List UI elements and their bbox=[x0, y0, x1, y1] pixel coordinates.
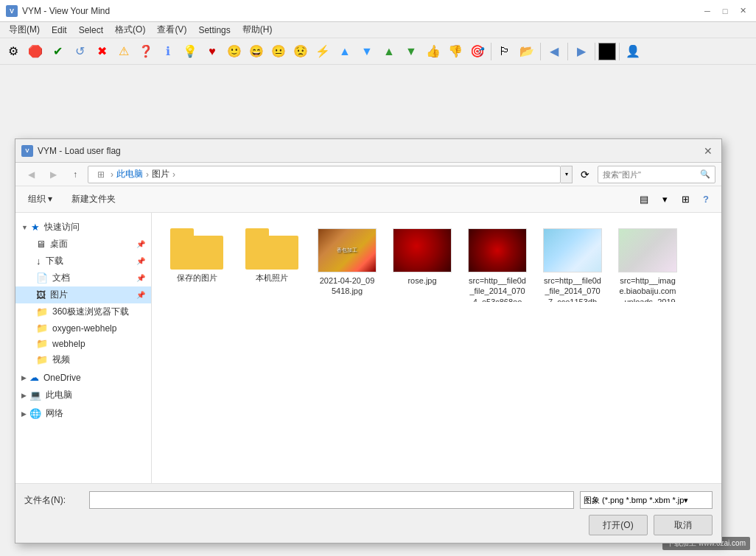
folder-icon-saved-pics bbox=[170, 228, 223, 270]
view-columns-button[interactable]: ⊞ bbox=[676, 191, 695, 208]
360browser-icon: 📁 bbox=[36, 306, 48, 317]
computer-group: ▶ 💻 此电脑 bbox=[15, 387, 151, 404]
menu-view[interactable]: 查看(V) bbox=[151, 22, 192, 38]
nav-refresh-button[interactable]: ⟳ bbox=[575, 166, 595, 183]
toolbar-back-btn[interactable]: ◀ bbox=[544, 41, 564, 62]
menu-format[interactable]: 格式(O) bbox=[109, 22, 151, 38]
dialog-toolbar: 组织 ▾ 新建文件夹 ▤ ▾ ⊞ ? bbox=[15, 186, 721, 213]
toolbar-warning-btn[interactable]: ⚠ bbox=[113, 41, 134, 62]
toolbar-info-btn[interactable]: ℹ bbox=[158, 41, 178, 62]
file-item-rose[interactable]: rose.jpg bbox=[389, 225, 455, 306]
file-item-2021[interactable]: 香包加工 2021-04-20_095418.jpg bbox=[314, 225, 380, 306]
thumbnail-src1 bbox=[468, 228, 527, 272]
nav-back-button[interactable]: ◀ bbox=[21, 166, 41, 183]
network-chevron: ▶ bbox=[21, 410, 27, 418]
view-dropdown-button[interactable]: ▾ bbox=[655, 191, 674, 208]
sidebar-item-webhelp[interactable]: 📁 webhelp bbox=[15, 336, 151, 351]
title-bar-left: V VYM - View Your Mind bbox=[6, 5, 110, 17]
toolbar-smile-btn[interactable]: 🙂 bbox=[224, 41, 245, 62]
sidebar-item-documents[interactable]: 📄 文档 📌 bbox=[15, 270, 151, 286]
toolbar-triangle2-btn[interactable]: ▲ bbox=[379, 41, 399, 62]
thumbnail-rose bbox=[393, 228, 452, 272]
toolbar-heart-btn[interactable]: ♥ bbox=[202, 41, 223, 62]
breadcrumb-dropdown-button[interactable]: ▾ bbox=[561, 166, 573, 183]
sidebar-item-oxygen[interactable]: 📁 oxygen-webhelp bbox=[15, 320, 151, 336]
organize-button[interactable]: 组织 ▾ bbox=[21, 191, 59, 208]
toolbar-neutral-btn[interactable]: 😐 bbox=[268, 41, 289, 62]
network-group: ▶ 🌐 网络 bbox=[15, 405, 151, 422]
cancel-button[interactable]: 取消 bbox=[654, 515, 713, 535]
search-input[interactable] bbox=[603, 170, 697, 179]
toolbar-stop-btn[interactable]: 🛑 bbox=[25, 41, 46, 62]
menu-help[interactable]: 帮助(H) bbox=[237, 22, 279, 38]
toolbar-separator-3 bbox=[567, 43, 568, 60]
filetype-dropdown[interactable]: 图象 (*.png *.bmp *.xbm *.jp▾ bbox=[580, 491, 713, 509]
view-buttons: ▤ ▾ ⊞ ? bbox=[634, 191, 715, 208]
sidebar-item-360browser[interactable]: 📁 360极速浏览器下载 bbox=[15, 303, 151, 320]
network-icon: 🌐 bbox=[29, 408, 41, 419]
file-name-2021: 2021-04-20_095418.jpg bbox=[318, 275, 377, 297]
file-item-saved-pics[interactable]: 保存的图片 bbox=[164, 225, 230, 306]
file-item-src1[interactable]: src=http__file0d_file_2014_070 4_e53c868… bbox=[464, 225, 531, 306]
toolbar-like-btn[interactable]: 👍 bbox=[423, 41, 444, 62]
menu-select[interactable]: Select bbox=[73, 24, 109, 37]
toolbar-dislike-btn[interactable]: 👎 bbox=[445, 41, 466, 62]
app-icon: V bbox=[6, 5, 18, 17]
maximize-button[interactable]: □ bbox=[718, 4, 732, 18]
toolbar-flag-btn[interactable]: 🏳 bbox=[494, 41, 515, 62]
thumbnail-src2 bbox=[543, 228, 602, 272]
toolbar-lightning-btn[interactable]: ⚡ bbox=[312, 41, 333, 62]
onedrive-chevron: ▶ bbox=[21, 374, 27, 381]
toolbar-delete-btn[interactable]: ✖ bbox=[91, 41, 112, 62]
view-help-button[interactable]: ? bbox=[696, 191, 715, 208]
dialog-bottom: 文件名(N): 图象 (*.png *.bmp *.xbm *.jp▾ 打开(O… bbox=[15, 483, 721, 543]
toolbar-settings-btn[interactable]: ⚙ bbox=[3, 41, 24, 62]
open-button[interactable]: 打开(O) bbox=[589, 515, 648, 535]
onedrive-label: OneDrive bbox=[43, 373, 81, 383]
menu-edit[interactable]: Edit bbox=[46, 24, 73, 37]
filename-input[interactable] bbox=[89, 491, 574, 509]
color-swatch[interactable] bbox=[598, 43, 616, 60]
sidebar-item-desktop[interactable]: 🖥 桌面 📌 bbox=[15, 236, 151, 253]
file-item-src2[interactable]: src=http__file0d_file_2014_070 7_cce1153… bbox=[539, 225, 606, 306]
menu-settings[interactable]: Settings bbox=[192, 24, 236, 37]
computer-header[interactable]: ▶ 💻 此电脑 bbox=[15, 387, 151, 404]
quick-access-group: ▼ ★ 快速访问 🖥 桌面 📌 ↓ 下载 📌 bbox=[15, 219, 151, 368]
toolbar-triangle3-btn[interactable]: ▼ bbox=[401, 41, 421, 62]
toolbar-separator-4 bbox=[595, 43, 595, 60]
toolbar-folder-btn[interactable]: 📂 bbox=[517, 41, 537, 62]
load-flag-dialog: V VYM - Load user flag ✕ ◀ ▶ ↑ ⊞ › 此电脑 ›… bbox=[15, 138, 722, 543]
sidebar-item-pictures[interactable]: 🖼 图片 📌 bbox=[15, 286, 151, 303]
toolbar-check-btn[interactable]: ✔ bbox=[47, 41, 68, 62]
toolbar-worry-btn[interactable]: 😟 bbox=[290, 41, 311, 62]
sidebar-item-downloads[interactable]: ↓ 下载 📌 bbox=[15, 253, 151, 270]
menu-diagram[interactable]: 导图(M) bbox=[3, 22, 46, 38]
onedrive-header[interactable]: ▶ ☁ OneDrive bbox=[15, 370, 151, 385]
toolbar-help-btn[interactable]: ❓ bbox=[136, 41, 156, 62]
breadcrumb-computer[interactable]: 此电脑 bbox=[116, 168, 143, 180]
sidebar-360browser-label: 360极速浏览器下载 bbox=[52, 306, 129, 318]
sidebar-item-videos[interactable]: 📁 视频 bbox=[15, 351, 151, 368]
view-list-button[interactable]: ▤ bbox=[634, 191, 654, 208]
breadcrumb-current: 图片 bbox=[152, 168, 169, 180]
file-name-src3: src=http__imag e.biaobaiju.com _uploads_… bbox=[618, 275, 677, 302]
network-header[interactable]: ▶ 🌐 网络 bbox=[15, 405, 151, 422]
toolbar-target-btn[interactable]: 🎯 bbox=[467, 41, 488, 62]
toolbar-undo-btn[interactable]: ↺ bbox=[69, 41, 90, 62]
file-item-src3[interactable]: src=http__imag e.biaobaiju.com _uploads_… bbox=[615, 225, 681, 306]
toolbar-user-btn[interactable]: 👤 bbox=[623, 41, 643, 62]
file-item-camera-roll[interactable]: 本机照片 bbox=[239, 225, 305, 306]
toolbar-forward-btn[interactable]: ▶ bbox=[571, 41, 592, 62]
new-folder-button[interactable]: 新建文件夹 bbox=[65, 191, 122, 208]
minimize-button[interactable]: ─ bbox=[700, 4, 715, 18]
breadcrumb-bar: ⊞ › 此电脑 › 图片 › bbox=[88, 166, 561, 183]
nav-up-button[interactable]: ↑ bbox=[66, 166, 85, 183]
toolbar-triangle-up-btn[interactable]: ▲ bbox=[335, 41, 355, 62]
toolbar-triangle-down-btn[interactable]: ▼ bbox=[357, 41, 377, 62]
nav-forward-button[interactable]: ▶ bbox=[43, 166, 63, 183]
toolbar-bulb-btn[interactable]: 💡 bbox=[180, 41, 200, 62]
toolbar-laugh-btn[interactable]: 😄 bbox=[246, 41, 267, 62]
close-button[interactable]: ✕ bbox=[735, 4, 750, 18]
quick-access-header[interactable]: ▼ ★ 快速访问 bbox=[15, 219, 151, 236]
dialog-close-button[interactable]: ✕ bbox=[701, 144, 715, 158]
